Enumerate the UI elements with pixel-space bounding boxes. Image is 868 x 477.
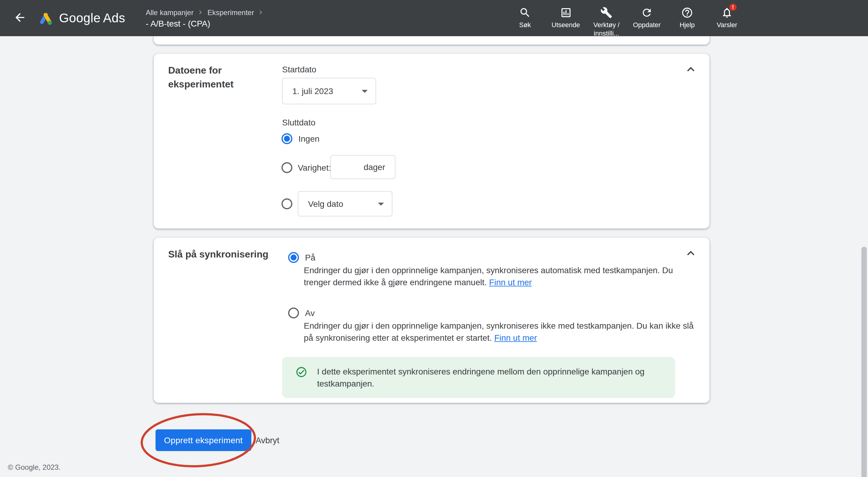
- dropdown-arrow-icon: [374, 197, 388, 211]
- chevron-right-icon: [257, 8, 265, 16]
- end-date-pick-radio[interactable]: [281, 199, 292, 209]
- scrollbar-track[interactable]: [860, 36, 868, 477]
- dates-card-collapse-button[interactable]: [682, 61, 700, 79]
- google-ads-app: GoogleAds Alle kampanjer Eksperimenter -…: [0, 0, 868, 477]
- start-date-label: Startdato: [282, 64, 316, 74]
- sync-off-description: Endringer du gjør i den opprinnelige kam…: [304, 320, 702, 344]
- check-circle-icon: [296, 366, 307, 378]
- topbar-tools-label-line1: Verktøy /: [593, 21, 620, 29]
- sync-on-label[interactable]: På: [305, 253, 315, 262]
- duration-input[interactable]: [338, 162, 364, 172]
- breadcrumb-current: - A/B-test - (CPA): [146, 19, 265, 28]
- sync-card-collapse-button[interactable]: [682, 245, 700, 263]
- topbar-notifications[interactable]: Varsler !: [711, 5, 743, 37]
- breadcrumb-path: Alle kampanjer Eksperimenter: [146, 8, 265, 17]
- back-button[interactable]: [10, 8, 30, 28]
- end-date-placeholder: Velg dato: [308, 199, 343, 209]
- notification-badge: !: [729, 3, 737, 11]
- topbar: GoogleAds Alle kampanjer Eksperimenter -…: [0, 0, 868, 36]
- cancel-button[interactable]: Avbryt: [251, 429, 284, 451]
- google-ads-logo[interactable]: GoogleAds: [37, 10, 125, 27]
- search-icon: [519, 7, 531, 19]
- back-arrow-icon: [13, 10, 27, 26]
- topbar-appearance-label: Utseende: [552, 21, 580, 29]
- create-experiment-button[interactable]: Opprett eksperiment: [156, 429, 251, 451]
- screenshot-viewport: GoogleAds Alle kampanjer Eksperimenter -…: [0, 0, 868, 477]
- chevron-right-icon: [196, 8, 204, 16]
- topbar-notifications-label: Varsler: [717, 21, 737, 29]
- topbar-refresh[interactable]: Oppdater: [630, 5, 663, 37]
- experiment-dates-card: Datoene for eksperimentet Startdato 1. j…: [154, 54, 710, 229]
- sync-off-learn-more-link[interactable]: Finn ut mer: [494, 333, 537, 342]
- topbar-refresh-label: Oppdater: [633, 21, 661, 29]
- tools-wrench-icon: [600, 7, 613, 19]
- chevron-up-icon: [684, 246, 698, 262]
- end-date-duration-radio[interactable]: [281, 162, 292, 173]
- topbar-search-label: Søk: [519, 21, 531, 29]
- topbar-help-label: Hjelp: [680, 21, 695, 29]
- sync-on-radio[interactable]: [288, 252, 299, 263]
- breadcrumb-experiments[interactable]: Eksperimenter: [207, 8, 254, 17]
- duration-field: dager: [330, 155, 396, 179]
- topbar-appearance[interactable]: Utseende: [549, 5, 582, 37]
- topbar-help[interactable]: Hjelp: [672, 5, 703, 37]
- scrollbar-thumb[interactable]: [861, 247, 867, 477]
- sync-off-radio[interactable]: [288, 307, 299, 319]
- dates-card-title: Datoene for eksperimentet: [168, 63, 271, 91]
- sync-info-message: I dette eksperimentet synkroniseres endr…: [317, 365, 658, 390]
- sync-off-label[interactable]: Av: [305, 308, 315, 318]
- topbar-actions: Søk Utseende Verktøy / innstilli... Opp: [509, 5, 743, 37]
- breadcrumb: Alle kampanjer Eksperimenter - A/B-test …: [146, 8, 265, 28]
- end-date-label: Sluttdato: [282, 118, 315, 127]
- start-date-select[interactable]: 1. juli 2023: [282, 78, 376, 104]
- topbar-search[interactable]: Søk: [509, 5, 541, 37]
- logo-text-google: Google: [59, 11, 101, 25]
- refresh-icon: [641, 7, 653, 19]
- dropdown-arrow-icon: [358, 84, 372, 98]
- duration-unit-label: dager: [364, 162, 385, 172]
- sync-on-learn-more-link[interactable]: Finn ut mer: [489, 277, 532, 287]
- topbar-tools-label-line2: innstilli...: [594, 30, 619, 37]
- sync-info-banner: I dette eksperimentet synkroniseres endr…: [282, 357, 675, 398]
- end-date-none-label[interactable]: Ingen: [299, 134, 319, 144]
- breadcrumb-all-campaigns[interactable]: Alle kampanjer: [146, 8, 193, 17]
- sync-on-description: Endringer du gjør i den opprinnelige kam…: [304, 264, 685, 288]
- logo-text-ads: Ads: [103, 11, 125, 25]
- copyright-text: © Google, 2023.: [8, 463, 61, 472]
- sync-card: Slå på synkronisering På Endringer du gj…: [154, 238, 710, 403]
- topbar-tools-settings[interactable]: Verktøy / innstilli...: [591, 5, 622, 37]
- logo-text: GoogleAds: [59, 11, 125, 25]
- end-date-none-radio[interactable]: [281, 133, 292, 144]
- chevron-up-icon: [684, 62, 698, 78]
- start-date-value: 1. juli 2023: [292, 86, 333, 96]
- end-date-duration-label[interactable]: Varighet:: [298, 163, 331, 173]
- help-icon: [681, 7, 693, 19]
- google-ads-logo-icon: [37, 10, 54, 27]
- appearance-icon: [560, 7, 572, 19]
- end-date-select[interactable]: Velg dato: [298, 191, 393, 216]
- sync-card-title: Slå på synkronisering: [168, 247, 269, 261]
- sync-on-description-text: Endringer du gjør i den opprinnelige kam…: [304, 265, 673, 287]
- previous-section-card-edge: [154, 36, 710, 44]
